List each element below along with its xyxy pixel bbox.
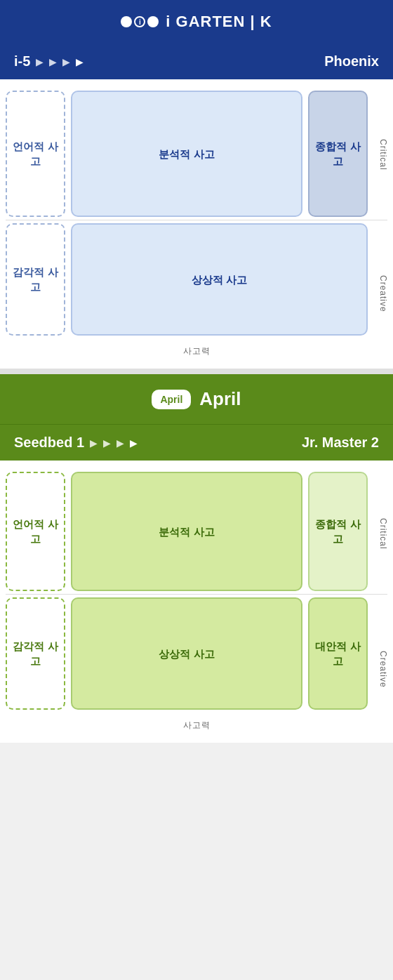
top-header: i i GARTEN | K (0, 0, 393, 44)
logo-area: i i GARTEN | K (121, 13, 272, 31)
green-top-card-3: 종합적 사고 (308, 472, 368, 591)
blue-section: i-5 ▶ ▶ ▶ ▶ Phoenix 언어적 사고 분석적 사고 종합적 사고… (0, 44, 393, 369)
logo-dot-2 (147, 16, 159, 27)
green-nav-subtitle: Jr. Master 2 (302, 435, 379, 451)
blue-arrow-4: ▶ (76, 56, 84, 67)
green-arrow-2: ▶ (103, 437, 111, 449)
logo-dot-1 (121, 16, 132, 27)
green-nav-title: Seedbed 1 (14, 435, 84, 451)
blue-arrow-3: ▶ (62, 56, 70, 67)
section-spacer (0, 369, 393, 374)
green-nav-bar: Seedbed 1 ▶ ▶ ▶ ▶ Jr. Master 2 (0, 424, 393, 461)
green-y-label: 사고력 (0, 715, 393, 737)
blue-nav-subtitle: Phoenix (324, 53, 379, 69)
blue-nav-bar: i-5 ▶ ▶ ▶ ▶ Phoenix (0, 44, 393, 79)
green-critical-label: Critical (378, 518, 388, 550)
blue-top-card-2: 분석적 사고 (71, 91, 302, 217)
blue-nav-title: i-5 (14, 53, 30, 69)
blue-bottom-card-2: 상상적 사고 (71, 223, 368, 336)
green-arrow-1: ▶ (90, 437, 98, 449)
april-title: April (199, 388, 241, 410)
blue-arrow-2: ▶ (49, 56, 57, 67)
blue-creative-label: Creative (378, 275, 388, 312)
green-section: April April Seedbed 1 ▶ ▶ ▶ ▶ Jr. Master… (0, 374, 393, 743)
green-bottom-card-1: 감각적 사고 (6, 597, 65, 710)
blue-top-card-1: 언어적 사고 (6, 91, 65, 217)
blue-bottom-card-1: 감각적 사고 (6, 223, 65, 336)
green-bottom-card-3: 대안적 사고 (308, 597, 368, 710)
april-badge: April (152, 390, 191, 409)
logo-text: i GARTEN | K (166, 13, 272, 31)
green-arrow-3: ▶ (116, 437, 124, 449)
green-top-card-2: 분석적 사고 (71, 472, 302, 591)
blue-y-label: 사고력 (0, 341, 393, 363)
april-header: April April (0, 374, 393, 424)
blue-critical-label: Critical (378, 139, 388, 171)
green-bottom-card-2: 상상적 사고 (71, 597, 302, 710)
green-arrow-4: ▶ (130, 437, 138, 449)
logo-icon: i (121, 16, 159, 27)
blue-top-card-3: 종합적 사고 (308, 91, 368, 217)
green-creative-label: Creative (378, 651, 388, 688)
green-top-card-1: 언어적 사고 (6, 472, 65, 591)
blue-arrow-1: ▶ (36, 56, 44, 67)
logo-i: i (134, 16, 145, 27)
